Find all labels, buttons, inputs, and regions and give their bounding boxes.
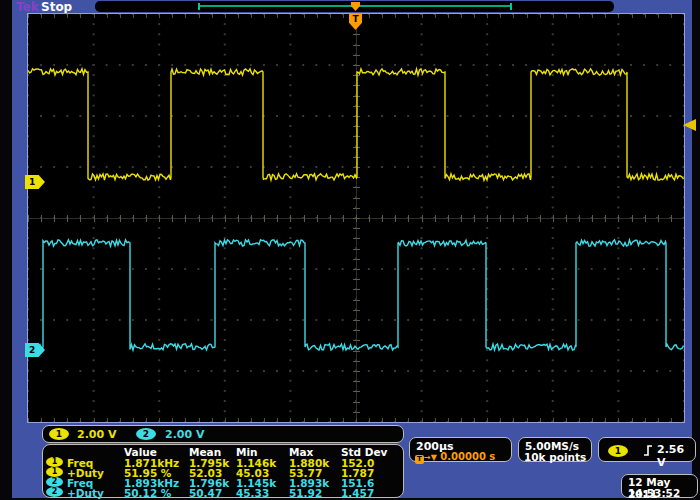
meas-name: +Duty <box>67 487 104 499</box>
ch2-badge: 2 <box>46 477 63 487</box>
ch2-badge: 2 <box>136 428 156 440</box>
record-window-bracket-left <box>198 3 200 10</box>
acquisition-status: Stop <box>41 0 72 14</box>
channel-scale-bar: 1 2.00 V 2 2.00 V <box>42 425 404 443</box>
ch1-badge: 1 <box>46 457 63 467</box>
trigger-arrows-icon: →▼ <box>424 453 437 462</box>
record-length: 10k points <box>524 451 586 463</box>
trigger-t-icon: T <box>415 455 424 464</box>
time-value: 14:53:52 <box>628 487 680 499</box>
record-trigger-position-icon <box>351 2 360 11</box>
meas-stddev: 1.457 <box>341 487 374 499</box>
meas-max: 51.92 <box>289 487 322 499</box>
measurement-table: Value Mean Min Max Std Dev 1 Freq 1.871k… <box>42 444 404 498</box>
timebase-readout: 200µs T→▼ 0.00000 s <box>409 437 512 462</box>
record-window-bracket-right <box>510 3 512 10</box>
datetime-readout: 12 May 2011 14:53:52 <box>621 474 698 498</box>
trigger-source-badge: 1 <box>608 445 628 457</box>
acquisition-readout: 5.00MS/s 10k points <box>518 437 592 462</box>
trigger-position-value: 0.00000 s <box>440 451 495 462</box>
oscilloscope-screen: Tek Stop T 1 2 1 2.00 V 2 <box>0 0 700 500</box>
ch2-badge: 2 <box>46 487 63 497</box>
chassis-panel: Tek Stop T 1 2 1 2.00 V 2 <box>12 0 692 498</box>
trigger-level-value: 2.56 V <box>657 443 695 469</box>
trigger-level-arrow[interactable] <box>683 119 696 131</box>
trigger-readout: 1 2.56 V <box>598 437 696 462</box>
rising-edge-icon <box>643 444 654 457</box>
measurement-row: 2 +Duty 50.12 % 50.47 45.33 51.92 1.457 <box>43 487 403 498</box>
trigger-position-readout: T→▼ 0.00000 s <box>415 451 495 464</box>
ch1-square-wave <box>28 69 684 180</box>
ch1-badge: 1 <box>46 467 63 477</box>
tek-logo: Tek <box>16 0 39 14</box>
ch1-badge: 1 <box>49 428 69 440</box>
ch2-square-wave <box>28 240 684 350</box>
graticule <box>28 14 684 422</box>
record-view-bar <box>95 1 614 12</box>
ch2-scale: 2.00 V <box>165 428 204 441</box>
ch1-scale: 2.00 V <box>77 428 116 441</box>
meas-mean: 50.47 <box>189 487 222 499</box>
waveform-traces <box>28 14 684 422</box>
meas-min: 45.33 <box>236 487 269 499</box>
meas-value: 50.12 % <box>124 487 171 499</box>
